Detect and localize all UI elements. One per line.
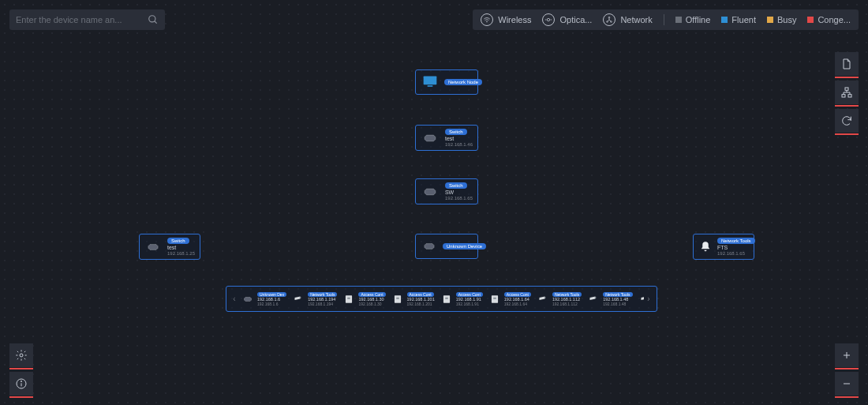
bell-icon — [698, 238, 713, 256]
legend-fluent: Fluent — [721, 15, 756, 24]
legend-offline: Offline — [675, 15, 711, 24]
node-center[interactable]: Unknown Device — [415, 234, 478, 259]
svg-point-28 — [21, 381, 21, 381]
svg-line-16 — [155, 21, 157, 24]
svg-rect-23 — [842, 95, 845, 97]
monitor-icon — [421, 73, 440, 91]
zoom-out-button[interactable] — [835, 372, 859, 396]
legend-congested: Conge... — [807, 15, 851, 24]
leaf-item[interactable]: Access Cont 192.168.1.64 192.168.1.64 — [486, 292, 533, 306]
search-box[interactable] — [9, 9, 165, 30]
node-name: FTS — [717, 245, 755, 250]
node-ip: 192.168.1.65 — [445, 196, 473, 201]
node-badge: Switch — [167, 238, 189, 244]
switch-icon — [421, 238, 438, 255]
node-badge: Switch — [445, 182, 467, 189]
box-icon — [488, 293, 502, 306]
zoom-in-button[interactable] — [835, 343, 859, 367]
filter-label: Wireless — [498, 15, 531, 24]
side-tools — [835, 52, 859, 133]
filter-optical[interactable]: Optica... — [542, 13, 592, 26]
leaf-ip: 192.168.1.112 — [552, 302, 582, 306]
legend-busy: Busy — [767, 15, 796, 24]
node-badge: Network Tools — [717, 238, 755, 244]
scroll-left-button[interactable]: ‹ — [230, 294, 239, 303]
leaf-ip: 192.168.1.48 — [603, 302, 632, 306]
svg-point-25 — [20, 354, 23, 357]
info-button[interactable] — [9, 372, 33, 396]
leaf-item[interactable]: Network Tools 192.168.1.48 192.168.1.48 — [585, 292, 634, 306]
svg-point-44 — [595, 297, 597, 298]
node-badge: Network Node — [444, 79, 482, 85]
optical-icon — [542, 13, 555, 26]
divider — [664, 14, 664, 25]
network-icon — [603, 13, 615, 26]
camera-icon — [536, 293, 550, 306]
svg-rect-40 — [445, 297, 448, 298]
camera-icon — [586, 293, 600, 306]
topology-button[interactable] — [835, 81, 859, 104]
node-switch2[interactable]: Switch SW 192.168.1.65 — [415, 178, 478, 204]
export-button[interactable] — [835, 52, 859, 76]
switch-icon — [241, 293, 255, 306]
svg-rect-24 — [848, 95, 851, 97]
zoom-tools — [835, 343, 859, 396]
leaf-item[interactable]: Network Tools 192.168.1.190 192.168.1.19… — [636, 292, 645, 306]
leaf-ip: 192.168.1.201 — [407, 302, 435, 306]
leaf-item[interactable]: Access Cont 192.168.1.91 192.168.1.91 — [438, 292, 485, 306]
switch-icon — [144, 238, 163, 256]
node-name: test — [167, 245, 195, 250]
filter-label: Network — [620, 15, 652, 24]
leaf-item[interactable]: Access Cont 192.168.1.201 192.168.1.201 — [389, 292, 436, 306]
bottom-left-tools — [9, 343, 33, 396]
camera-icon — [291, 293, 305, 306]
leaf-ip: 192.168.1.30 — [358, 302, 385, 306]
leaf-ip: 192.168.1.64 — [504, 302, 531, 306]
svg-rect-32 — [424, 77, 437, 85]
svg-rect-22 — [845, 88, 848, 90]
svg-point-43 — [544, 297, 545, 298]
node-right[interactable]: Network Tools FTS 192.168.1.65 — [693, 234, 754, 260]
node-badge: Unknown Device — [443, 243, 486, 249]
switch-icon — [421, 129, 440, 147]
node-switch1[interactable]: Switch test 192.168.1.46 — [415, 125, 478, 151]
svg-point-19 — [609, 17, 611, 18]
node-left[interactable]: Switch test 192.168.1.25 — [139, 234, 200, 260]
leaf-item[interactable]: Network Tools 192.168.1.194 192.168.1.19… — [290, 292, 339, 306]
node-root[interactable]: Network Node — [415, 69, 478, 95]
svg-rect-38 — [396, 297, 399, 298]
node-ip: 192.168.1.25 — [167, 251, 195, 256]
search-input[interactable] — [16, 15, 148, 24]
scroll-right-button[interactable]: › — [644, 294, 653, 303]
leaf-items: Unknown Dev 192.168.1.6 192.168.1.6 Netw… — [239, 292, 644, 306]
leaf-ip: 192.168.1.6 — [257, 302, 286, 306]
camera-icon — [638, 293, 645, 306]
svg-rect-36 — [348, 297, 351, 298]
svg-rect-42 — [493, 297, 496, 298]
filter-wireless[interactable]: Wireless — [481, 13, 531, 26]
node-ip: 192.168.1.46 — [445, 142, 473, 147]
switch-icon — [421, 183, 440, 201]
filter-label: Optica... — [559, 15, 592, 24]
refresh-button[interactable] — [835, 109, 859, 133]
leaf-item[interactable]: Unknown Dev 192.168.1.6 192.168.1.6 — [239, 292, 288, 306]
svg-point-15 — [149, 16, 155, 22]
wireless-icon — [481, 13, 493, 26]
leaf-item[interactable]: Access Cont 192.168.1.30 192.168.1.30 — [340, 292, 387, 306]
filter-network[interactable]: Network — [603, 13, 652, 26]
box-icon — [440, 293, 454, 306]
topbar: Wireless Optica... Network Offline Fluen… — [473, 9, 859, 30]
leaf-ip: 192.168.1.91 — [456, 302, 483, 306]
svg-point-17 — [487, 21, 488, 22]
leaf-item[interactable]: Network Tools 192.168.1.112 192.168.1.11… — [534, 292, 583, 306]
svg-rect-33 — [428, 85, 433, 87]
box-icon — [342, 293, 356, 306]
search-icon — [148, 14, 159, 25]
settings-button[interactable] — [9, 343, 33, 367]
node-name: SW — [445, 189, 473, 195]
svg-point-18 — [548, 18, 550, 21]
box-icon — [391, 293, 405, 306]
node-name: test — [445, 136, 473, 141]
node-badge: Switch — [445, 129, 467, 135]
node-ip: 192.168.1.65 — [717, 251, 755, 256]
